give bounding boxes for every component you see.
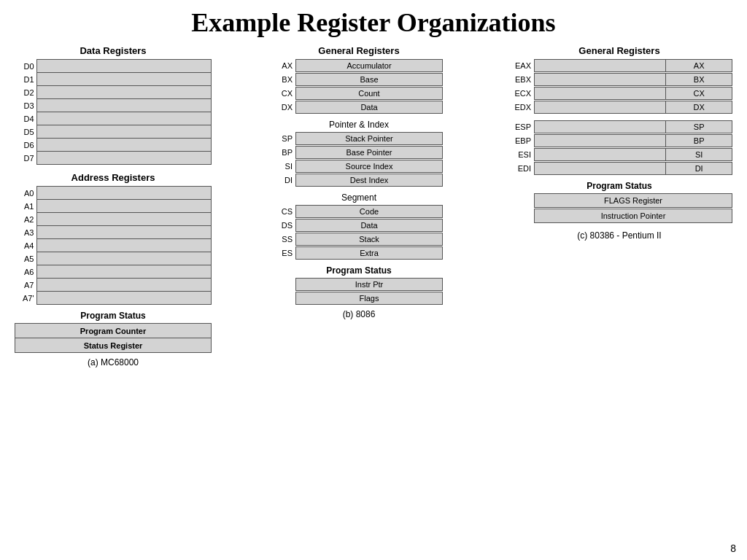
reg-label: A3 bbox=[15, 226, 36, 239]
reg-cell: Base Pointer bbox=[295, 146, 443, 159]
reg-label: CX bbox=[275, 89, 295, 98]
reg-label: D3 bbox=[15, 99, 36, 112]
table-row: A6 bbox=[15, 265, 212, 279]
reg-cell-right: BX bbox=[665, 73, 732, 86]
reg-label: EBP bbox=[506, 136, 534, 145]
list-item: DIDest Index bbox=[275, 174, 443, 187]
reg-label: A1 bbox=[15, 200, 36, 213]
list-item: CXCount bbox=[275, 87, 443, 100]
reg-cell-right: CX bbox=[665, 87, 732, 100]
table-row: D7 bbox=[15, 152, 212, 165]
reg-cell bbox=[36, 139, 212, 152]
reg-cell-left bbox=[534, 73, 665, 86]
table-row: Status Register bbox=[15, 338, 212, 353]
reg-cell-left bbox=[534, 87, 665, 100]
pointer-index-title-b: Pointer & Index bbox=[275, 120, 443, 130]
program-status-title-b: Program Status bbox=[275, 265, 443, 276]
col-8086: General Registers AXAccumulatorBXBaseCXC… bbox=[275, 45, 443, 319]
list-item: DXData bbox=[275, 101, 443, 114]
reg-label: EDX bbox=[506, 103, 534, 112]
reg-cell bbox=[36, 187, 212, 200]
list-item: ECXCX bbox=[506, 87, 732, 100]
list-item: EBXBX bbox=[506, 73, 732, 86]
address-registers-table: A0A1A2A3A4A5A6A7A7' bbox=[15, 186, 212, 305]
reg-label: D0 bbox=[15, 60, 36, 73]
table-row: A0 bbox=[15, 187, 212, 200]
reg-label: DS bbox=[275, 221, 295, 230]
arch-label-b: (b) 8086 bbox=[275, 309, 443, 319]
reg-cell bbox=[36, 239, 212, 252]
table-row: A3 bbox=[15, 226, 212, 239]
reg-cell bbox=[36, 60, 212, 73]
list-item: EAXAX bbox=[506, 59, 732, 72]
status-reg-cell: Flags bbox=[295, 292, 443, 305]
reg-label: D5 bbox=[15, 125, 36, 139]
page-number: 8 bbox=[730, 542, 736, 554]
general-registers-title-b: General Registers bbox=[275, 45, 443, 56]
reg-label: SI bbox=[275, 162, 295, 171]
table-row: A7 bbox=[15, 279, 212, 292]
list-item: SSStack bbox=[275, 233, 443, 246]
table-row: A4 bbox=[15, 239, 212, 252]
status-reg-cell: Instr Ptr bbox=[295, 278, 443, 291]
program-status-title-c: Program Status bbox=[506, 181, 732, 191]
reg-cell-left bbox=[534, 162, 665, 175]
list-item: CSCode bbox=[275, 205, 443, 218]
list-item: BXBase bbox=[275, 73, 443, 86]
reg-cell-right: SP bbox=[665, 120, 732, 133]
list-item: Instr Ptr bbox=[275, 278, 443, 291]
reg-cell: Data bbox=[295, 101, 443, 114]
reg-cell: Stack Pointer bbox=[295, 132, 443, 145]
reg-cell bbox=[36, 265, 212, 279]
reg-label: D1 bbox=[15, 73, 36, 86]
reg-cell: Count bbox=[295, 87, 443, 100]
general-registers-title-c: General Registers bbox=[506, 45, 732, 56]
table-row: D6 bbox=[15, 139, 212, 152]
address-registers-title: Address Registers bbox=[15, 172, 212, 183]
reg-cell-right: DX bbox=[665, 101, 732, 114]
reg-label: ESI bbox=[506, 150, 534, 159]
reg-cell-right: SI bbox=[665, 148, 732, 161]
reg-cell-left bbox=[534, 148, 665, 161]
list-item: EDXDX bbox=[506, 101, 732, 114]
reg-cell: Dest Index bbox=[295, 174, 443, 187]
table-row: A7' bbox=[15, 292, 212, 305]
reg-cell bbox=[36, 99, 212, 112]
col-mc68000: Data Registers D0D1D2D3D4D5D6D7 Address … bbox=[15, 45, 212, 368]
list-item: ESISI bbox=[506, 148, 732, 161]
table-row: D5 bbox=[15, 125, 212, 139]
reg-cell bbox=[36, 292, 212, 305]
list-item: EDIDI bbox=[506, 162, 732, 175]
reg-cell bbox=[36, 200, 212, 213]
reg-cell: Extra bbox=[295, 246, 443, 260]
reg-label: A2 bbox=[15, 213, 36, 226]
reg-cell bbox=[36, 112, 212, 125]
reg-cell: Source Index bbox=[295, 160, 443, 173]
reg-cell: Base bbox=[295, 73, 443, 86]
reg-label: DX bbox=[275, 103, 295, 112]
list-item: FLAGS Register bbox=[506, 193, 732, 208]
reg-cell-left bbox=[534, 120, 665, 133]
reg-cell bbox=[36, 226, 212, 239]
table-row: D1 bbox=[15, 73, 212, 86]
reg-cell-right: AX bbox=[665, 59, 732, 72]
reg-cell-right: BP bbox=[665, 134, 732, 147]
reg-label: AX bbox=[275, 61, 295, 70]
reg-label: ECX bbox=[506, 89, 534, 98]
arch-label-c: (c) 80386 - Pentium II bbox=[506, 230, 732, 241]
reg-label: D7 bbox=[15, 152, 36, 165]
data-registers-title: Data Registers bbox=[15, 45, 212, 56]
table-row: A2 bbox=[15, 213, 212, 226]
reg-label: A5 bbox=[15, 252, 36, 265]
segment-title-b: Segment bbox=[275, 192, 443, 203]
list-item: AXAccumulator bbox=[275, 59, 443, 72]
reg-cell-right: DI bbox=[665, 162, 732, 175]
reg-label: BP bbox=[275, 148, 295, 157]
reg-cell-left bbox=[534, 134, 665, 147]
table-row: A1 bbox=[15, 200, 212, 213]
status-reg-cell: FLAGS Register bbox=[534, 193, 732, 208]
reg-label: EBX bbox=[506, 75, 534, 84]
list-item: DSData bbox=[275, 219, 443, 232]
page: Example Register Organizations Data Regi… bbox=[0, 0, 747, 560]
reg-label: CS bbox=[275, 207, 295, 216]
